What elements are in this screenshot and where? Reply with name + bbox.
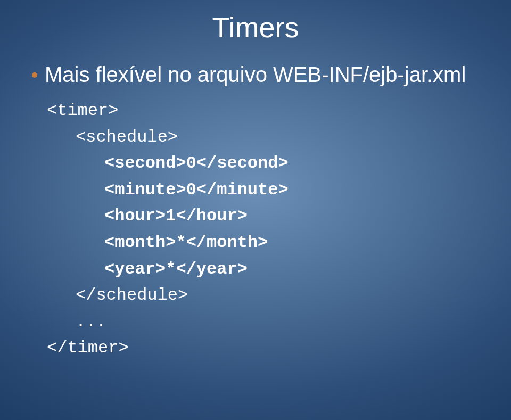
- bullet-icon: [32, 72, 37, 78]
- slide: Timers Mais flexível no arquivo WEB-INF/…: [0, 0, 511, 420]
- slide-title: Timers: [32, 11, 479, 44]
- code-line: <schedule>: [47, 124, 479, 151]
- code-line: </timer>: [47, 335, 479, 361]
- code-line: <year>*</year>: [47, 256, 479, 283]
- code-line: <timer>: [47, 97, 479, 124]
- bullet-item: Mais flexível no arquivo WEB-INF/ejb-jar…: [32, 63, 479, 87]
- code-line: </schedule>: [47, 282, 479, 309]
- code-line: <second>0</second>: [47, 150, 479, 177]
- code-line: ...: [47, 309, 479, 335]
- code-line: <hour>1</hour>: [47, 203, 479, 229]
- code-line: <minute>0</minute>: [47, 177, 479, 203]
- code-line: <month>*</month>: [47, 229, 479, 256]
- code-block: <timer> <schedule> <second>0</second> <m…: [47, 97, 479, 361]
- bullet-text: Mais flexível no arquivo WEB-INF/ejb-jar…: [45, 63, 466, 87]
